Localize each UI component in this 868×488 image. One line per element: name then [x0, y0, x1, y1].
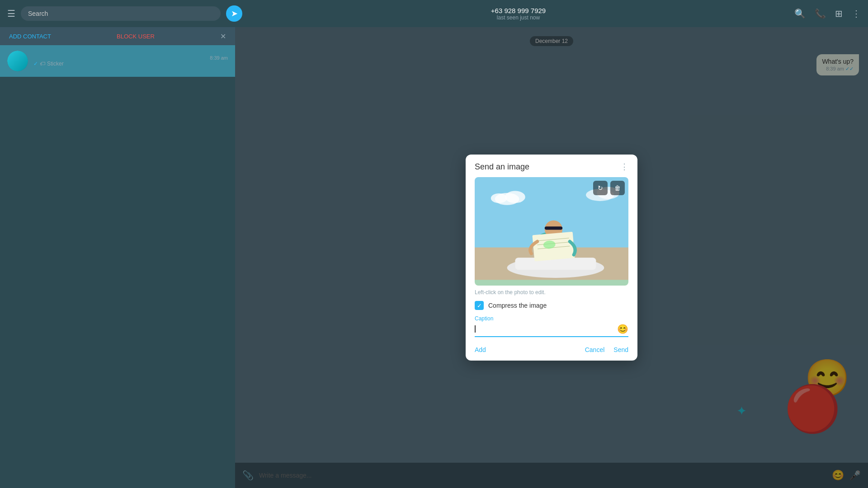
search-box[interactable]: Search — [21, 6, 221, 21]
svg-point-13 — [505, 191, 525, 203]
sticker-icon: 🏷 — [40, 61, 45, 67]
chat-list-item[interactable]: 8:39 am ✓ 🏷 Sticker — [0, 45, 235, 77]
content-area: ADD CONTACT BLOCK USER ✕ 8:39 am ✓ 🏷 Sti… — [0, 27, 868, 488]
search-placeholder: Search — [28, 10, 48, 17]
layout-icon[interactable]: ⊞ — [835, 8, 843, 19]
main-chat: December 12 What's up? 8:39 am ✓✓ 😊 🔴 ✦ … — [235, 27, 868, 488]
compress-row: ✓ Compress the image — [466, 299, 637, 315]
chat-info: 8:39 am ✓ 🏷 Sticker — [33, 55, 228, 67]
compress-label: Compress the image — [488, 302, 547, 309]
delete-image-button[interactable]: 🗑 — [610, 181, 625, 195]
contact-status: last seen just now — [497, 14, 540, 21]
refresh-image-button[interactable]: ↻ — [593, 181, 608, 195]
action-bar: ADD CONTACT BLOCK USER ✕ — [0, 27, 235, 45]
modal-image-actions: ↻ 🗑 — [593, 181, 625, 195]
close-button[interactable]: ✕ — [220, 32, 226, 41]
modal-footer: Add Cancel Send — [466, 341, 637, 361]
svg-rect-6 — [545, 226, 562, 230]
add-button[interactable]: Add — [475, 346, 486, 353]
caption-label: Caption — [475, 315, 628, 322]
top-bar-left: ☰ Search ➤ — [7, 5, 242, 22]
contact-name: +63 928 999 7929 — [491, 7, 546, 14]
chat-preview: ✓ 🏷 Sticker — [33, 61, 228, 67]
top-bar: ☰ Search ➤ +63 928 999 7929 last seen ju… — [0, 0, 868, 27]
caption-input-row: 😊 — [475, 324, 628, 337]
telegram-icon: ➤ — [226, 5, 242, 22]
modal-header: Send an image ⋮ — [466, 155, 637, 177]
modal-footer-right: Cancel Send — [585, 346, 628, 353]
block-user-button[interactable]: BLOCK USER — [117, 33, 155, 40]
more-icon[interactable]: ⋮ — [852, 8, 861, 19]
call-icon[interactable]: 📞 — [815, 8, 826, 19]
svg-point-14 — [491, 193, 507, 203]
chat-time: 8:39 am — [210, 55, 228, 61]
caption-input[interactable] — [476, 325, 617, 333]
send-button[interactable]: Send — [613, 346, 628, 353]
menu-icon[interactable]: ☰ — [7, 8, 15, 19]
top-bar-right: 🔍 📞 ⊞ ⋮ — [794, 8, 861, 19]
sidebar: ADD CONTACT BLOCK USER ✕ 8:39 am ✓ 🏷 Sti… — [0, 27, 235, 488]
caption-section: Caption 😊 — [466, 315, 637, 341]
modal-menu-icon[interactable]: ⋮ — [620, 162, 628, 172]
check-icon: ✓ — [33, 61, 38, 67]
avatar — [7, 51, 28, 71]
top-bar-center: +63 928 999 7929 last seen just now — [242, 7, 794, 21]
cancel-button[interactable]: Cancel — [585, 346, 605, 353]
send-image-modal: Send an image ⋮ — [466, 155, 637, 361]
modal-image-container[interactable]: ↻ 🗑 — [475, 177, 628, 286]
compress-checkbox[interactable]: ✓ — [475, 301, 484, 310]
modal-title: Send an image — [475, 162, 529, 172]
search-icon[interactable]: 🔍 — [794, 8, 806, 19]
modal-hint: Left-click on the photo to edit. — [466, 286, 637, 299]
caption-emoji-button[interactable]: 😊 — [617, 324, 628, 334]
modal-overlay: Send an image ⋮ — [235, 27, 868, 488]
add-contact-button[interactable]: ADD CONTACT — [9, 33, 51, 40]
